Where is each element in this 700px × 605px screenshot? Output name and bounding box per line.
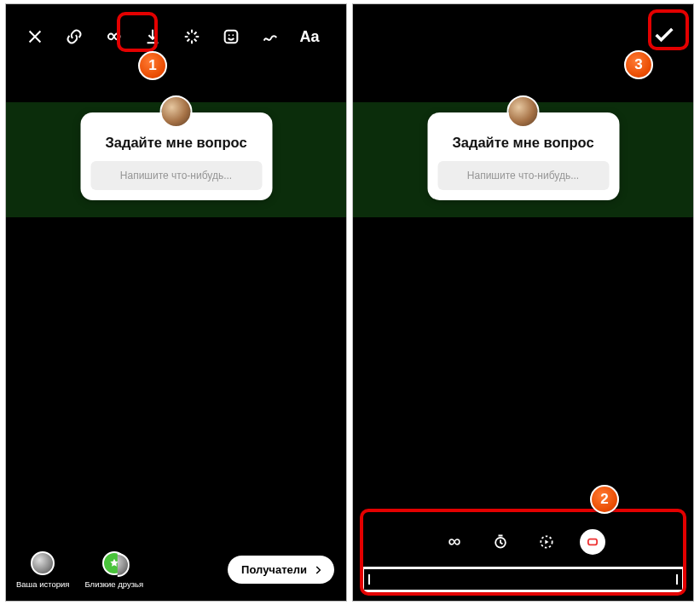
story-toolbar: Aa [6,20,346,54]
svg-point-1 [229,34,230,36]
close-friends-button[interactable]: Близкие друзья [84,551,143,589]
close-friends-icon [102,551,126,575]
infinity-icon[interactable] [101,25,125,49]
avatar [507,95,540,128]
download-icon[interactable] [141,25,165,49]
question-title: Задайте мне вопрос [437,135,609,151]
trim-mode-row [362,529,685,555]
trim-controls [362,529,685,592]
story-editor-panel-left: Aa Задайте мне вопрос Напишите что-нибуд… [5,3,347,602]
sticker-icon[interactable] [219,25,243,49]
share-destinations: Ваша история Близкие друзья [16,551,143,589]
loop-mode[interactable] [442,529,467,555]
timer-mode[interactable] [488,529,513,555]
draw-icon[interactable] [258,25,282,49]
your-story-label: Ваша история [16,579,69,589]
svg-point-2 [232,34,234,36]
question-input[interactable]: Напишите что-нибудь... [437,161,609,190]
slowmo-mode[interactable] [534,529,559,555]
trim-bar[interactable] [362,567,685,592]
close-friends-label: Близкие друзья [84,579,143,589]
story-editor-panel-right: Задайте мне вопрос Напишите что-нибудь..… [352,3,694,602]
check-icon [652,23,676,47]
chevron-right-icon [312,564,324,576]
question-sticker[interactable]: Задайте мне вопрос Напишите что-нибудь..… [427,112,619,200]
question-title: Задайте мне вопрос [90,135,262,151]
link-icon[interactable] [62,25,86,49]
close-icon[interactable] [23,25,47,49]
avatar [160,95,193,128]
sparkle-icon[interactable] [180,25,204,49]
svg-rect-0 [225,31,238,43]
recipients-button[interactable]: Получатели [228,556,334,584]
avatar-icon [31,551,55,575]
trim-handle-left[interactable] [368,574,370,585]
recipients-label: Получатели [241,563,307,576]
question-sticker[interactable]: Задайте мне вопрос Напишите что-нибудь..… [80,112,272,200]
your-story-button[interactable]: Ваша история [16,551,69,589]
done-button[interactable] [651,21,678,49]
text-tool[interactable]: Aa [298,25,321,49]
trim-handle-right[interactable] [676,574,678,585]
question-input[interactable]: Напишите что-нибудь... [90,161,262,190]
boomerang-mode-active[interactable] [580,529,605,555]
